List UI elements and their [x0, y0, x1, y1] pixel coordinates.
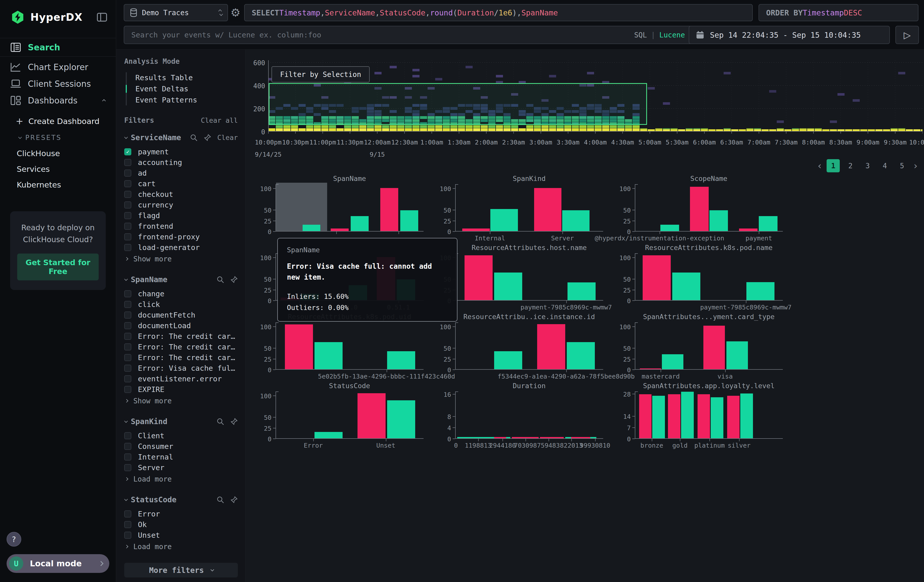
filter-option[interactable]: Error: The credit card (…: [124, 352, 238, 363]
checkbox[interactable]: [124, 432, 131, 439]
more-filters-button[interactable]: More filters: [124, 563, 238, 577]
checkbox[interactable]: [124, 170, 131, 176]
filter-option[interactable]: Ok: [124, 519, 238, 530]
page-button-5[interactable]: 5: [895, 159, 909, 172]
filter-option[interactable]: frontend: [124, 221, 238, 232]
checkbox[interactable]: [124, 212, 131, 219]
preset-link-services[interactable]: Services: [0, 161, 116, 177]
filter-option[interactable]: click: [124, 299, 238, 310]
sidebar-item-chart-explorer[interactable]: Chart Explorer: [0, 59, 116, 76]
checkbox[interactable]: [124, 180, 131, 187]
next-page-button[interactable]: ›: [912, 160, 918, 171]
analysis-mode-results-table[interactable]: Results Table: [127, 72, 238, 83]
language-toggle[interactable]: SQL | Lucene: [634, 31, 685, 39]
analysis-mode-event-deltas[interactable]: Event Deltas: [127, 83, 238, 94]
checkbox[interactable]: [124, 233, 131, 241]
delta-chart-resourceattributes-k8s-pod-uid[interactable]: ResourceAttributes.k8s.pod.uid100502505e…: [253, 312, 432, 381]
presets-toggle[interactable]: PRESETS: [0, 130, 116, 145]
filter-option[interactable]: Error: The credit card (…: [124, 341, 238, 352]
filter-option[interactable]: Client: [124, 430, 238, 441]
clear-all-button[interactable]: Clear all: [201, 116, 238, 124]
delta-chart-resourceattributes-host-name[interactable]: ResourceAttributes.host.name10050250paym…: [432, 243, 612, 312]
filter-by-selection-button[interactable]: Filter by Selection: [271, 66, 370, 82]
lucene-mode-option[interactable]: Lucene: [659, 31, 685, 39]
pin-icon[interactable]: [230, 496, 238, 504]
source-select[interactable]: Demo Traces: [124, 4, 228, 21]
show-more-button[interactable]: Show more: [124, 395, 238, 407]
time-range-picker[interactable]: Sep 14 22:04:35 - Sep 15 10:04:35: [689, 26, 890, 44]
sidebar-item-client-sessions[interactable]: Client Sessions: [0, 76, 116, 92]
filter-option[interactable]: eventListener.error: [124, 374, 238, 384]
checkbox[interactable]: [124, 532, 131, 539]
search-input[interactable]: [131, 31, 634, 39]
filter-option[interactable]: documentFetch: [124, 310, 238, 320]
sql-mode-option[interactable]: SQL: [634, 31, 647, 39]
filter-option[interactable]: currency: [124, 199, 238, 210]
filter-option[interactable]: cart: [124, 178, 238, 189]
delta-chart-resourceattributes-k8s-pod-name[interactable]: ResourceAttributes.k8s.pod.name10050250p…: [612, 243, 792, 312]
filter-option[interactable]: ✓payment: [124, 147, 238, 157]
sidebar-collapse-icon[interactable]: [97, 12, 107, 22]
filter-option[interactable]: change: [124, 289, 238, 299]
checkbox[interactable]: [124, 191, 131, 198]
preset-link-kubernetes[interactable]: Kubernetes: [0, 177, 116, 193]
pin-icon[interactable]: [230, 418, 238, 425]
checkbox[interactable]: [124, 201, 131, 208]
page-button-4[interactable]: 4: [878, 159, 891, 172]
filter-option[interactable]: load-generator: [124, 242, 238, 253]
show-more-button[interactable]: Show more: [124, 253, 238, 265]
checkbox[interactable]: [124, 343, 131, 350]
filter-option[interactable]: Error: [124, 509, 238, 519]
account-menu[interactable]: U Local mode: [7, 554, 109, 573]
filter-option[interactable]: Server: [124, 462, 238, 473]
filter-option[interactable]: checkout: [124, 189, 238, 199]
get-started-button[interactable]: Get Started for Free: [17, 254, 99, 280]
filter-option[interactable]: Error: Visa cache full: …: [124, 363, 238, 374]
chevron-down-icon[interactable]: [124, 497, 128, 501]
clear-group-button[interactable]: Clear: [217, 134, 238, 142]
analysis-mode-event-patterns[interactable]: Event Patterns: [127, 94, 238, 106]
checkbox[interactable]: [124, 375, 131, 383]
delta-chart-spanattributes-yment-card-type[interactable]: SpanAttributes...yment.card_type10050250…: [612, 312, 792, 381]
select-query-box[interactable]: SELECT Timestamp, ServiceName, StatusCod…: [244, 4, 753, 21]
checkbox[interactable]: [124, 301, 131, 308]
prev-page-button[interactable]: ‹: [817, 160, 823, 171]
gear-icon[interactable]: ⚙: [231, 6, 240, 19]
filter-option[interactable]: Unset: [124, 530, 238, 541]
create-dashboard-button[interactable]: + Create Dashboard: [0, 112, 116, 130]
filter-option[interactable]: frontend-proxy: [124, 232, 238, 242]
filter-option[interactable]: ad: [124, 168, 238, 178]
checkbox[interactable]: [124, 322, 131, 329]
delta-chart-duration[interactable]: Duration16840011988132944180703098759483…: [432, 381, 612, 450]
pin-icon[interactable]: [230, 276, 238, 284]
checkbox[interactable]: [124, 364, 131, 372]
checkbox[interactable]: [124, 453, 131, 460]
delta-chart-scopename[interactable]: ScopeName10050250@hyperdx/instrumentatio…: [612, 174, 792, 243]
delta-chart-resourceattribu-ice-instance-id[interactable]: ResourceAttribu..ice.instance.id10050250…: [432, 312, 612, 381]
sidebar-item-search[interactable]: Search: [0, 38, 116, 57]
page-button-2[interactable]: 2: [844, 159, 857, 172]
preset-link-clickhouse[interactable]: ClickHouse: [0, 145, 116, 161]
filter-option[interactable]: Error: The credit card (…: [124, 331, 238, 341]
checkbox[interactable]: [124, 521, 131, 528]
delta-chart-spanname[interactable]: SpanName10050250: [253, 174, 432, 243]
checkbox[interactable]: ✓: [124, 148, 131, 155]
delta-chart-spankind[interactable]: SpanKind10050250InternalServer: [432, 174, 612, 243]
help-button[interactable]: ?: [7, 532, 21, 547]
checkbox[interactable]: [124, 312, 131, 318]
page-button-3[interactable]: 3: [861, 159, 874, 172]
search-icon[interactable]: [216, 418, 224, 425]
delta-chart-statuscode[interactable]: StatusCode10050250ErrorUnset: [253, 381, 432, 450]
show-more-button[interactable]: Load more: [124, 473, 238, 485]
filter-option[interactable]: documentLoad: [124, 320, 238, 331]
filter-option[interactable]: Internal: [124, 452, 238, 462]
filter-option[interactable]: flagd: [124, 210, 238, 221]
checkbox[interactable]: [124, 244, 131, 251]
checkbox[interactable]: [124, 159, 131, 166]
chevron-down-icon[interactable]: [124, 135, 128, 138]
filter-option[interactable]: accounting: [124, 157, 238, 168]
checkbox[interactable]: [124, 223, 131, 230]
checkbox[interactable]: [124, 290, 131, 297]
search-icon[interactable]: [216, 276, 224, 284]
chevron-down-icon[interactable]: [124, 419, 128, 422]
